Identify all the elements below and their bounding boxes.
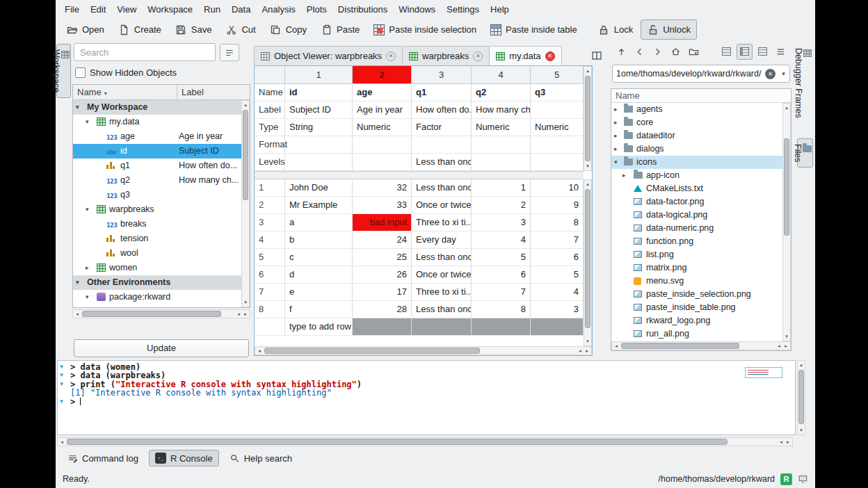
scroll-left-button[interactable]: ◂ (778, 439, 785, 446)
data-cell[interactable]: 7 (531, 231, 584, 249)
menu-item-edit[interactable]: Edit (85, 1, 111, 17)
cut-button[interactable]: Cut (219, 19, 262, 40)
close-tab-icon[interactable] (473, 51, 483, 61)
chevron-down-icon[interactable]: ▾ (76, 100, 79, 115)
meta-cell[interactable]: q3 (531, 84, 584, 101)
tree-item[interactable]: ▾package:rkward (73, 290, 241, 304)
meta-row-header[interactable]: Label (255, 101, 285, 119)
data-cell[interactable]: 32 (353, 179, 412, 197)
file-item[interactable]: data-numeric.png (611, 222, 782, 235)
dropdown-arrow-icon[interactable]: ▾ (778, 70, 789, 77)
data-cell[interactable]: e (285, 284, 353, 301)
file-item[interactable]: ▸dialogs (611, 143, 782, 156)
file-item[interactable]: list.png (611, 248, 782, 261)
menu-item-settings[interactable]: Settings (441, 1, 485, 17)
data-cell[interactable]: 8 (472, 301, 531, 318)
tree-item[interactable]: ▾warpbreaks (73, 202, 241, 217)
column-header-name[interactable]: Name▾ (73, 85, 177, 99)
scroll-right-button[interactable]: ▸ (785, 439, 791, 446)
chevron-down-icon[interactable]: ▾ (86, 202, 89, 217)
up-button[interactable] (613, 44, 629, 60)
tree-item[interactable]: ▸women (73, 261, 241, 275)
data-vertical-scrollbar[interactable]: ▴ ▾ (584, 179, 592, 346)
meta-vertical-scrollbar[interactable]: ▴ ▾ (584, 66, 592, 171)
meta-cell[interactable]: Numeric (472, 119, 531, 136)
data-cell[interactable]: Three to xi ti... (412, 284, 472, 301)
data-cell[interactable]: 7 (472, 284, 531, 301)
data-cell[interactable]: Once or twice... (412, 266, 472, 284)
scroll-down-button[interactable]: ▾ (242, 299, 249, 306)
column-header-1[interactable]: 1 (285, 66, 353, 84)
scroll-right-button[interactable]: ▸ (584, 348, 590, 355)
menu-item-file[interactable]: File (59, 1, 85, 17)
menu-item-data[interactable]: Data (226, 1, 256, 17)
data-cell[interactable]: 17 (353, 284, 412, 301)
data-cell[interactable]: 24 (353, 231, 412, 249)
tab-object-viewer-warpbreaks[interactable]: Object Viewer: warpbreaks (254, 46, 403, 65)
tab-warpbreaks[interactable]: warpbreaks (402, 46, 490, 65)
file-item[interactable]: ▸app-icon (611, 169, 782, 182)
data-cell[interactable]: f (285, 301, 353, 318)
meta-cell[interactable]: Subject ID (285, 101, 353, 119)
r-console[interactable]: > data (women)> data (warpbreaks)> print… (57, 360, 796, 435)
meta-cell[interactable] (531, 136, 584, 154)
tab-my-data[interactable]: my.data (489, 46, 561, 65)
chevron-down-icon[interactable]: ▾ (86, 290, 89, 304)
file-item[interactable]: menu.svg (611, 275, 782, 288)
data-cell[interactable]: 33 (353, 197, 412, 214)
scrollbar-thumb[interactable] (243, 110, 248, 200)
scrollbar-thumb[interactable] (82, 311, 221, 317)
unlock-button[interactable]: Unlock (641, 19, 697, 40)
tree-item[interactable]: tension (73, 231, 241, 246)
chevron-down-icon[interactable]: ▾ (76, 275, 79, 290)
scroll-up-button[interactable]: ▴ (584, 181, 591, 188)
meta-cell[interactable] (472, 154, 531, 171)
file-item[interactable]: CMakeLists.txt (611, 182, 782, 195)
file-item[interactable]: paste_inside_table.png (611, 301, 782, 314)
search-input[interactable] (74, 43, 216, 61)
paste-inside-selection-button[interactable]: Paste inside selection (367, 20, 483, 40)
meta-cell[interactable] (531, 154, 584, 171)
row-header[interactable]: 5 (255, 249, 285, 266)
scrollbar-thumb[interactable] (784, 138, 789, 236)
data-cell[interactable]: 26 (353, 266, 412, 284)
save-button[interactable]: Save (169, 19, 218, 40)
tree-item[interactable]: q1How often do... (73, 158, 241, 173)
chevron-right-icon[interactable]: ▸ (614, 143, 618, 156)
scroll-left-button[interactable]: ◂ (775, 343, 782, 350)
scrollbar-thumb[interactable] (264, 348, 480, 354)
file-item[interactable]: ▸core (611, 116, 782, 129)
tool-tab-help-search[interactable]: Help search (223, 450, 298, 466)
column-header-2[interactable]: 2 (353, 66, 412, 84)
data-cell[interactable]: 8 (531, 214, 584, 231)
scroll-right-button[interactable]: ▸ (782, 343, 789, 350)
meta-row-header[interactable]: Name (255, 84, 285, 101)
data-cell[interactable]: 3 (472, 214, 531, 231)
scroll-down-button[interactable]: ▾ (584, 338, 591, 345)
files-vertical-scrollbar[interactable]: ▴ ▾ (782, 103, 791, 341)
data-cell[interactable]: 10 (531, 179, 584, 197)
meta-row-header[interactable]: Type (255, 119, 285, 136)
tree-item[interactable]: breaks (73, 217, 241, 231)
session-icon[interactable] (797, 474, 808, 484)
menu-item-view[interactable]: View (111, 1, 142, 17)
scroll-up-button[interactable]: ▴ (783, 104, 790, 111)
chevron-right-icon[interactable]: ▸ (614, 129, 618, 143)
meta-cell[interactable] (531, 101, 584, 119)
data-cell[interactable]: 28 (353, 301, 412, 318)
data-cell[interactable]: Three to xi ti... (412, 214, 472, 231)
options-button[interactable] (773, 44, 789, 60)
file-item[interactable]: ▸agents (611, 103, 782, 116)
scroll-right-button[interactable]: ▸ (242, 311, 249, 318)
data-cell[interactable]: d (285, 266, 353, 284)
data-cell[interactable]: bad input (353, 214, 412, 231)
tree-item[interactable]: q3 (73, 188, 241, 202)
copy-button[interactable]: Copy (264, 19, 313, 40)
path-combobox[interactable]: 1ome/thomas/develop/rkward/rkward/ ▾ (612, 65, 790, 83)
tree-item[interactable]: ▾my.data (73, 115, 241, 129)
meta-row-header[interactable]: Levels (255, 154, 285, 171)
menu-item-plots[interactable]: Plots (301, 1, 332, 17)
scrollbar-thumb[interactable] (621, 343, 739, 349)
metadata-data-splitter[interactable] (255, 171, 584, 179)
data-cell[interactable]: 6 (531, 249, 584, 266)
